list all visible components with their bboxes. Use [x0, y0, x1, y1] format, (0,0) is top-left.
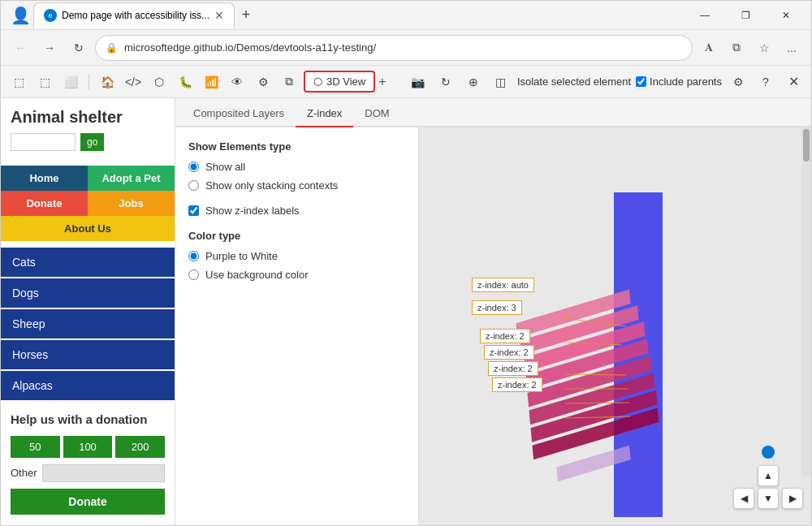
nav-donate[interactable]: Donate	[1, 191, 88, 216]
pet-item-dogs[interactable]: Dogs	[1, 278, 175, 308]
read-aloud-btn[interactable]: 𝐀	[696, 35, 722, 61]
device-btn[interactable]: ⬚	[33, 71, 56, 93]
browser-tab[interactable]: e Demo page with accessibility iss... ✕	[33, 2, 235, 28]
main-content: Animal shelter go Home Adopt a Pet Donat…	[1, 98, 811, 525]
radio-stacking-contexts[interactable]: Show only stacking contexts	[188, 179, 405, 192]
maximize-btn[interactable]: ❐	[727, 1, 764, 30]
show-elements-radio-group: Show all Show only stacking contexts	[188, 161, 405, 192]
donate-btn[interactable]: Donate	[11, 489, 165, 515]
devtools-tabs: Composited Layers Z-index DOM	[175, 98, 811, 127]
nav-adopt[interactable]: Adopt a Pet	[88, 166, 175, 191]
z-label-auto: z-index: auto	[472, 278, 534, 292]
favorites-btn[interactable]: ☆	[751, 35, 777, 61]
forward-btn[interactable]: →	[37, 35, 63, 61]
donation-amounts: 50 100 200	[11, 436, 165, 458]
accessibility-btn[interactable]: 👁	[226, 71, 248, 93]
minimize-btn[interactable]: —	[686, 1, 723, 30]
pet-item-cats[interactable]: Cats	[1, 248, 175, 277]
nav-jobs[interactable]: Jobs	[88, 191, 175, 216]
z-label-2-4: z-index: 2	[492, 377, 542, 392]
radio-show-all-label: Show all	[205, 161, 245, 173]
search-input[interactable]	[11, 133, 76, 151]
amount-50-btn[interactable]: 50	[11, 436, 60, 458]
z-label-3: z-index: 3	[472, 300, 522, 315]
include-parents-label: Include parents	[650, 75, 722, 88]
elements-btn[interactable]: ⬜	[59, 71, 82, 93]
storage-btn[interactable]: ⬡	[148, 71, 171, 93]
nav-circle-indicator[interactable]	[762, 446, 775, 459]
cube-icon: ⬡	[313, 75, 322, 88]
tab-close-btn[interactable]: ✕	[214, 9, 224, 22]
settings-gear-btn[interactable]: ⚙	[252, 71, 274, 93]
inspect-btn[interactable]: ⬚	[7, 71, 30, 93]
url-bar[interactable]: 🔒 microsoftedge.github.io/Demos/devtools…	[95, 35, 693, 61]
amount-100-btn[interactable]: 100	[63, 436, 113, 458]
new-tab-btn[interactable]: +	[235, 4, 257, 27]
radio-purple-white[interactable]: Purple to White	[188, 250, 405, 262]
three-d-view-btn[interactable]: ⬡ 3D View	[304, 71, 375, 93]
nav-right-btn[interactable]: ▶	[782, 488, 803, 509]
radio-purple-white-label: Purple to White	[205, 250, 278, 262]
radio-bg-color-label: Use background color	[205, 269, 308, 281]
isolate-label: Isolate selected element	[517, 75, 631, 88]
show-elements-title: Show Elements type	[188, 140, 405, 153]
wifi-btn[interactable]: 📶	[200, 71, 222, 93]
nav-menu: Home Adopt a Pet Donate Jobs About Us	[1, 166, 175, 241]
pet-item-horses[interactable]: Horses	[1, 340, 175, 369]
layers-icon-btn[interactable]: ◫	[490, 71, 512, 93]
add-tool-btn[interactable]: +	[378, 75, 386, 89]
profile-btn[interactable]: 👤	[7, 2, 33, 28]
lock-icon: 🔒	[106, 42, 118, 54]
nav-left-btn[interactable]: ◀	[733, 488, 754, 509]
tab-dom[interactable]: DOM	[353, 101, 400, 127]
tab-composited-layers[interactable]: Composited Layers	[182, 101, 296, 127]
refresh-btn[interactable]: ↻	[66, 35, 92, 61]
settings-panel: Show Elements type Show all Show only st…	[175, 127, 419, 525]
devtools-right-area: 📷 ↻ ⊕ ◫ Isolate selected element Include…	[407, 71, 805, 93]
nav-up-btn[interactable]: ▲	[758, 465, 779, 486]
home-icon-btn[interactable]: 🏠	[96, 71, 119, 93]
close-window-btn[interactable]: ✕	[767, 1, 805, 30]
nav-row-2: Donate Jobs	[1, 191, 175, 216]
tab-z-index[interactable]: Z-index	[296, 101, 353, 127]
website-panel: Animal shelter go Home Adopt a Pet Donat…	[1, 98, 175, 525]
3d-cursor-btn[interactable]: ⊕	[462, 71, 485, 93]
devtools-settings-btn[interactable]: ⚙	[727, 71, 749, 93]
nav-about[interactable]: About Us	[1, 216, 175, 241]
screenshot-btn[interactable]: 📷	[407, 71, 430, 93]
z-index-labels-checkbox[interactable]: Show z-index labels	[188, 205, 405, 217]
scroll-bar-right[interactable]	[801, 127, 811, 476]
include-parents-checkbox[interactable]: Include parents	[636, 75, 722, 88]
amount-200-btn[interactable]: 200	[115, 436, 165, 458]
tab-area: 👤 e Demo page with accessibility iss... …	[7, 2, 680, 28]
devtools-help-btn[interactable]: ?	[754, 71, 777, 93]
bug-btn[interactable]: 🐛	[174, 71, 197, 93]
back-btn[interactable]: ←	[7, 35, 33, 61]
scroll-thumb[interactable]	[803, 129, 810, 162]
nav-down-btn[interactable]: ▼	[758, 488, 779, 509]
z-label-2-3: z-index: 2	[488, 361, 538, 376]
devtools-toolbar: ⬚ ⬚ ⬜ 🏠 </> ⬡ 🐛 📶 👁 ⚙ ⧉ ⬡ 3D View + 📷 ↻ …	[1, 66, 811, 98]
pet-list: Cats Dogs Sheep Horses Alpacas	[1, 248, 175, 400]
tab-favicon: e	[44, 9, 57, 22]
nav-home[interactable]: Home	[1, 166, 88, 191]
devtools-close-btn[interactable]: ✕	[782, 71, 805, 93]
radio-show-all[interactable]: Show all	[188, 161, 405, 173]
other-label: Other	[11, 467, 37, 479]
nav-row-3: About Us	[1, 216, 175, 241]
pet-item-alpacas[interactable]: Alpacas	[1, 371, 175, 400]
code-btn[interactable]: </>	[122, 71, 145, 93]
layers-btn[interactable]: ⧉	[278, 71, 300, 93]
other-input[interactable]	[42, 464, 165, 482]
refresh-page-btn[interactable]: ↻	[434, 71, 457, 93]
shelter-header: Animal shelter go	[1, 98, 175, 166]
radio-bg-color[interactable]: Use background color	[188, 269, 405, 281]
search-button[interactable]: go	[80, 133, 104, 151]
toolbar-separator-1	[89, 74, 89, 90]
shelter-title: Animal shelter	[11, 108, 165, 127]
search-bar: go	[11, 133, 165, 151]
add-favorites-btn[interactable]: ⧉	[723, 35, 749, 61]
radio-stacking-label: Show only stacking contexts	[205, 179, 338, 192]
collections-btn[interactable]: ...	[779, 35, 805, 61]
pet-item-sheep[interactable]: Sheep	[1, 309, 175, 338]
